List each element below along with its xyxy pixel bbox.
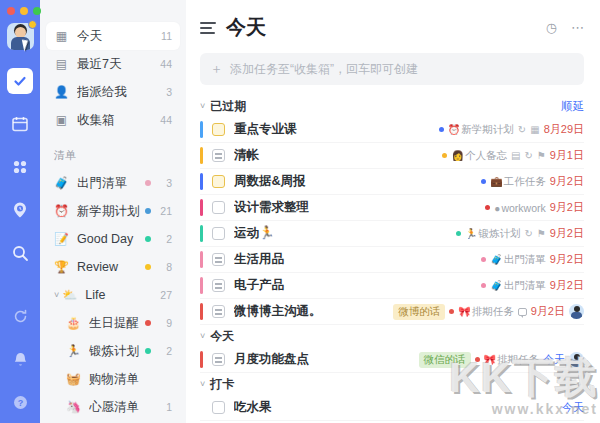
list-emoji-icon: 📝 [54, 232, 70, 246]
task-due-date: 9月1日 [550, 148, 584, 163]
priority-dot [442, 153, 447, 158]
search-icon[interactable] [7, 240, 33, 266]
sidebar-list-label: Review [77, 260, 145, 274]
task-row[interactable]: 清帐👩个人备忘▤↻⚑9月1日 [200, 143, 584, 169]
task-row[interactable]: 生活用品🧳出門清單9月2日 [200, 247, 584, 273]
chevron-down-icon[interactable]: ˅ [54, 290, 59, 300]
help-icon[interactable]: ? [7, 389, 33, 415]
task-checkbox[interactable] [212, 353, 225, 366]
sidebar-list-新学期计划[interactable]: ⏰新学期计划21 [46, 197, 180, 225]
task-list-name: 👩个人备忘 [451, 149, 506, 163]
sidebar-item-label: 收集箱 [77, 112, 158, 129]
section-label: 打卡 [210, 376, 584, 393]
sidebar-list-label: Good Day [77, 232, 145, 246]
priority-dot [485, 205, 490, 210]
task-title: 清帐 [234, 147, 442, 164]
task-row[interactable]: 电子产品🧳出門清單9月2日 [200, 273, 584, 299]
section-header-打卡: ˅打卡 [200, 373, 584, 395]
task-title: 月度功能盘点 [234, 351, 419, 368]
pin-clock-icon[interactable] [7, 197, 33, 223]
task-checkbox[interactable] [212, 123, 225, 136]
close-window-icon[interactable] [7, 7, 15, 15]
sidebar-list-Good Day[interactable]: 📝Good Day2 [46, 225, 180, 253]
sidebar-item-label: 今天 [77, 28, 158, 45]
task-row[interactable]: 微博博主沟通。微博的话🎀排期任务9月2日 [200, 299, 584, 325]
calendar-day-icon: ▦ [54, 29, 69, 43]
list-color-dot [145, 320, 151, 326]
postpone-link[interactable]: 顺延 [561, 99, 584, 114]
collapse-sidebar-icon[interactable] [200, 22, 216, 34]
repeat-icon: ↻ [524, 228, 532, 239]
task-checkbox[interactable] [212, 253, 225, 266]
chevron-down-icon[interactable]: ˅ [200, 101, 205, 111]
task-meta: 今天 [562, 400, 584, 415]
task-checkbox[interactable] [212, 149, 225, 162]
maximize-window-icon[interactable] [33, 7, 41, 15]
sidebar-list-label: 新学期计划 [77, 203, 145, 220]
task-row[interactable]: 周数据&周报💼工作任务9月2日 [200, 169, 584, 195]
task-meta: ⏰新学期计划↻▦8月29日 [439, 122, 584, 137]
more-options-icon[interactable]: ⋯ [571, 20, 584, 35]
calendar-week-icon: ▤ [54, 57, 69, 71]
sidebar-list-Life[interactable]: ˅⛅Life27 [46, 281, 180, 309]
window-controls[interactable] [0, 7, 41, 15]
task-checkbox[interactable] [212, 279, 225, 292]
rail-nav [7, 68, 33, 266]
task-checkbox[interactable] [212, 401, 225, 414]
task-checkbox[interactable] [212, 175, 225, 188]
task-checkbox[interactable] [212, 305, 225, 318]
list-emoji-icon: 🧳 [54, 176, 70, 190]
sidebar-list-购物清单[interactable]: 🧺购物清单 [46, 365, 180, 393]
task-title: 生活用品 [234, 251, 481, 268]
task-meta: 💼工作任务9月2日 [481, 174, 584, 189]
section-header-今天: ˅今天 [200, 325, 584, 347]
list-emoji-icon: 💼 [490, 176, 502, 187]
task-meta: 微博的话🎀排期任务9月2日 [393, 304, 584, 320]
rail-bottom-nav: ? [0, 303, 40, 415]
list-emoji-icon: 🧳 [490, 280, 502, 291]
task-tag[interactable]: 微博的话 [393, 304, 445, 320]
task-tag[interactable]: 微信的话 [419, 352, 471, 368]
sidebar-item-收集箱[interactable]: ▣收集箱44 [46, 106, 180, 134]
task-checkbox[interactable] [212, 201, 225, 214]
tasks-check-icon[interactable] [7, 68, 33, 94]
task-due-date: 9月2日 [550, 278, 584, 293]
sidebar-item-今天[interactable]: ▦今天11 [46, 22, 180, 50]
matrix-grid-icon[interactable] [7, 154, 33, 180]
list-color-bar [200, 351, 203, 368]
chevron-down-icon[interactable]: ˅ [200, 331, 205, 341]
task-row[interactable]: 吃水果今天 [200, 395, 584, 421]
task-row[interactable]: 重点专业课⏰新学期计划↻▦8月29日 [200, 117, 584, 143]
sidebar-item-指派给我[interactable]: 👤指派给我3 [46, 78, 180, 106]
task-due-date: 9月2日 [531, 304, 565, 319]
sync-icon[interactable] [7, 303, 33, 329]
list-color-dot [145, 236, 151, 242]
task-row[interactable]: 运动🏃🏃锻炼计划↻⚑9月2日 [200, 221, 584, 247]
sidebar-list-出門清單[interactable]: 🧳出門清單3 [46, 169, 180, 197]
avatar[interactable] [7, 23, 34, 50]
sidebar-list-count: 2 [158, 345, 172, 357]
list-emoji-icon: 🏆 [54, 260, 70, 274]
task-due-date: 9月2日 [550, 174, 584, 189]
bell-icon[interactable] [7, 346, 33, 372]
task-row[interactable]: 月度功能盘点微信的话🎀排期任务今天 [200, 347, 584, 373]
calendar-icon[interactable] [7, 111, 33, 137]
minimize-window-icon[interactable] [20, 7, 28, 15]
priority-dot [449, 309, 454, 314]
sidebar-item-最近7天[interactable]: ▤最近7天44 [46, 50, 180, 78]
sidebar-list-Review[interactable]: 🏆Review8 [46, 253, 180, 281]
list-color-bar [200, 277, 203, 294]
sidebar-list-心愿清单[interactable]: 🦄心愿清单1 [46, 393, 180, 421]
activity-history-icon[interactable]: ◷ [546, 20, 557, 35]
sidebar-list-label: Life [85, 288, 158, 302]
sidebar-list-锻炼计划[interactable]: 🏃锻炼计划2 [46, 337, 180, 365]
list-emoji-icon: ⏰ [54, 204, 70, 218]
task-title: 微博博主沟通。 [234, 303, 393, 320]
task-checkbox[interactable] [212, 227, 225, 240]
sidebar-list-count: 9 [158, 317, 172, 329]
list-emoji-icon: ⏰ [448, 124, 460, 135]
sidebar-list-生日提醒[interactable]: 🎂生日提醒9 [46, 309, 180, 337]
add-task-input[interactable]: ＋ 添加任务至“收集箱”，回车即可创建 [200, 53, 584, 85]
task-row[interactable]: 设计需求整理●workwork9月2日 [200, 195, 584, 221]
chevron-down-icon[interactable]: ˅ [200, 379, 205, 389]
